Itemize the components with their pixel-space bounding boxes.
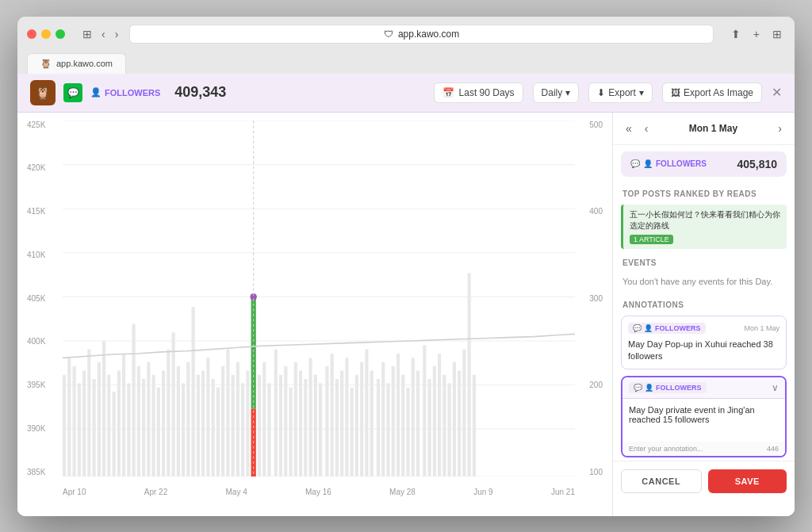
tab-favicon: 🦉 <box>40 59 52 69</box>
download-icon: ⬇ <box>597 87 605 98</box>
svg-rect-76 <box>396 353 400 476</box>
maximize-window-button[interactable] <box>56 29 65 39</box>
nav-date-label: Mon 1 May <box>657 123 768 134</box>
x-label-0: Apr 10 <box>63 488 86 496</box>
svg-rect-79 <box>412 358 415 477</box>
svg-rect-46 <box>246 370 249 477</box>
svg-rect-71 <box>370 370 373 477</box>
annotation-1-tag: 💬 👤 FOLLOWERS <box>628 323 706 334</box>
header-left: 🦉 💬 👤 FOLLOWERS 409,343 <box>30 80 226 105</box>
y-axis-left: 425K 420K 415K 410K 405K 400K 395K 390K … <box>27 121 59 477</box>
top-post-text: 五一小长假如何过？快来看看我们精心为你选定的路线 <box>630 209 780 232</box>
svg-rect-67 <box>350 387 354 476</box>
save-button[interactable]: SAVE <box>708 469 787 493</box>
svg-rect-82 <box>428 379 431 477</box>
svg-rect-78 <box>406 387 409 476</box>
svg-rect-18 <box>107 374 110 476</box>
followers-small-label: FOLLOWERS <box>656 159 707 168</box>
svg-rect-64 <box>335 379 339 477</box>
browser-controls: ⊞ ‹ › <box>79 26 121 42</box>
svg-rect-31 <box>172 332 175 477</box>
y-label-8: 385K <box>27 468 59 477</box>
svg-rect-49 <box>258 374 261 476</box>
followers-summary-card: 💬 👤 FOLLOWERS 405,810 <box>621 151 787 177</box>
svg-rect-29 <box>162 370 165 477</box>
svg-rect-19 <box>113 392 116 477</box>
y-label-1: 420K <box>27 163 59 172</box>
browser-chrome: ⊞ ‹ › 🛡 app.kawo.com ⬆ + ⊞ 🦉 app.kawo.co… <box>17 17 795 74</box>
followers-sidebar-count: 405,810 <box>737 158 777 170</box>
svg-rect-23 <box>132 323 136 476</box>
prev-prev-date-button[interactable]: « <box>622 121 635 136</box>
svg-rect-33 <box>182 383 185 477</box>
forward-button[interactable]: › <box>112 26 122 42</box>
minimize-window-button[interactable] <box>41 29 51 39</box>
ann2-wechat-icon: 💬 <box>634 384 642 392</box>
svg-rect-30 <box>167 349 170 476</box>
x-label-4: May 28 <box>389 488 416 496</box>
wechat-logo: 💬 <box>67 87 79 98</box>
svg-rect-13 <box>82 370 86 477</box>
y-label-5: 400K <box>27 337 59 346</box>
svg-rect-86 <box>448 383 451 477</box>
y-label-7: 390K <box>27 424 59 433</box>
svg-rect-65 <box>340 370 343 477</box>
followers-header-label: FOLLOWERS <box>105 88 160 98</box>
svg-rect-62 <box>325 366 328 477</box>
y-label-4: 405K <box>27 294 59 303</box>
svg-rect-9 <box>63 374 66 476</box>
yr-label-0: 500 <box>579 121 603 129</box>
svg-rect-37 <box>201 370 205 477</box>
svg-rect-15 <box>93 379 96 477</box>
svg-rect-45 <box>241 383 244 477</box>
browser-top-bar: ⊞ ‹ › 🛡 app.kawo.com ⬆ + ⊞ <box>27 25 785 44</box>
svg-rect-63 <box>331 353 334 476</box>
annotation-textarea[interactable] <box>622 399 785 438</box>
annotation-expand-button[interactable]: ∨ <box>772 382 779 393</box>
svg-rect-84 <box>438 353 441 476</box>
active-tab[interactable]: 🦉 app.kawo.com <box>27 53 126 74</box>
ann2-followers-label: FOLLOWERS <box>656 384 702 392</box>
lock-icon: 🛡 <box>384 29 393 40</box>
annotation-card-2: 💬 👤 FOLLOWERS ∨ Enter your annotation...… <box>621 376 787 457</box>
app-content: 🦉 💬 👤 FOLLOWERS 409,343 📅 Last 90 Days D… <box>17 74 795 516</box>
svg-rect-16 <box>98 362 101 476</box>
sidebar-toggle-button[interactable]: ⊞ <box>79 26 95 42</box>
tab-label: app.kawo.com <box>56 59 113 68</box>
svg-rect-50 <box>262 362 266 476</box>
annotation-2-tag: 💬 👤 FOLLOWERS <box>629 382 707 393</box>
svg-rect-11 <box>73 366 76 477</box>
annotation-footer: Enter your annotation... 446 <box>622 442 785 456</box>
y-label-0: 425K <box>27 121 59 129</box>
prev-date-button[interactable]: ‹ <box>642 121 652 136</box>
y-label-6: 395K <box>27 381 59 389</box>
y-axis-right: 500 400 300 200 100 <box>579 121 603 477</box>
tabs-button[interactable]: ⊞ <box>769 26 785 42</box>
svg-rect-36 <box>197 374 200 476</box>
share-button[interactable]: ⬆ <box>728 26 744 42</box>
header-right: 📅 Last 90 Days Daily ▾ ⬇ Export ▾ 🖼 Expo… <box>434 82 782 103</box>
back-button[interactable]: ‹ <box>98 26 109 42</box>
export-image-button[interactable]: 🖼 Export As Image <box>662 82 762 103</box>
annotation-1-header: 💬 👤 FOLLOWERS Mon 1 May <box>628 323 779 334</box>
svg-rect-72 <box>377 379 380 477</box>
export-button[interactable]: ⬇ Export ▾ <box>588 82 653 103</box>
top-post-card[interactable]: 五一小长假如何过？快来看看我们精心为你选定的路线 1 ARTICLE <box>621 205 787 249</box>
chart-svg <box>63 121 575 477</box>
export-chevron-icon: ▾ <box>639 87 644 98</box>
svg-rect-85 <box>442 374 446 476</box>
avatar: 🦉 <box>30 80 56 105</box>
export-label: Export <box>608 87 636 98</box>
next-date-button[interactable]: › <box>775 121 785 136</box>
svg-rect-91 <box>473 374 476 476</box>
cancel-button[interactable]: CANCEL <box>621 469 702 493</box>
frequency-button[interactable]: Daily ▾ <box>533 82 580 103</box>
close-button[interactable]: ✕ <box>772 85 782 100</box>
svg-rect-26 <box>147 362 150 476</box>
close-window-button[interactable] <box>27 29 36 39</box>
svg-rect-69 <box>360 362 363 476</box>
date-range-button[interactable]: 📅 Last 90 Days <box>434 82 523 103</box>
svg-rect-66 <box>345 358 348 477</box>
new-tab-button[interactable]: + <box>750 26 763 42</box>
address-bar[interactable]: 🛡 app.kawo.com <box>129 25 713 44</box>
